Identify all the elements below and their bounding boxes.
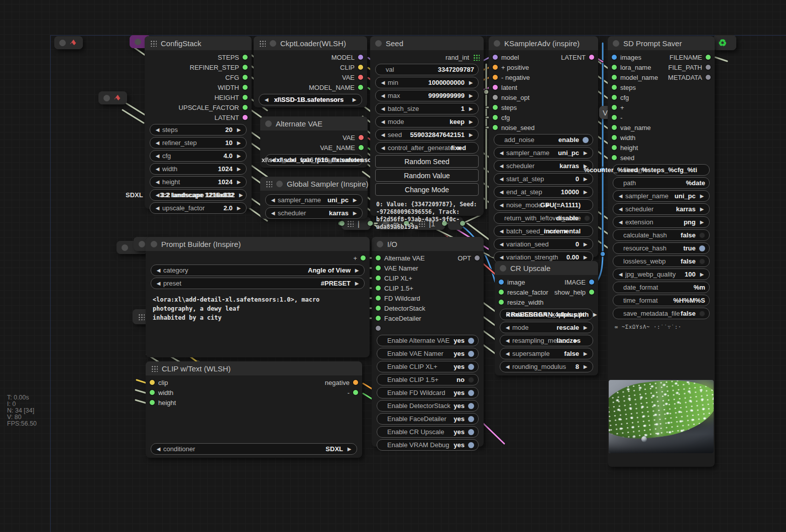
increment-arrow-icon[interactable]: ▶ <box>236 153 242 159</box>
decrement-arrow-icon[interactable]: ◀ <box>498 202 505 208</box>
decrement-arrow-icon[interactable]: ◀ <box>154 205 161 211</box>
decrement-arrow-icon[interactable]: ◀ <box>380 119 386 124</box>
recycle-icon[interactable]: ♻ <box>718 38 727 48</box>
category-widget[interactable]: ◀categoryAngle of View▶ <box>151 264 365 276</box>
scheduler-widget[interactable]: ◀schedulerkarras▶ <box>613 203 710 215</box>
input-slot-dot[interactable] <box>499 300 504 305</box>
collapse-dot-icon[interactable] <box>270 40 276 47</box>
output-slot-dot[interactable] <box>361 255 366 260</box>
scheduler-widget[interactable]: ◀schedulerkarras▶ <box>494 160 593 172</box>
toggle-dot[interactable] <box>468 442 474 448</box>
control_after_generate-widget[interactable]: ◀control_after_generatefixed▶ <box>375 142 479 154</box>
input-slot-dot[interactable] <box>612 95 617 100</box>
input-slot-dot[interactable] <box>493 95 498 100</box>
resampling_method-widget[interactable]: ◀resampling_methodlanczos▶ <box>500 335 593 346</box>
node-titlebar[interactable]: Global Sampler (Inspire) <box>260 177 368 191</box>
output-slot-dot[interactable] <box>706 65 711 70</box>
value-widget[interactable]: ◀xl\sdxl_vae_fp16_fix.safetensorsxl\sdxl… <box>265 154 363 166</box>
end_at_step-widget[interactable]: ◀end_at_step10000▶ <box>494 186 593 198</box>
increment-arrow-icon[interactable]: ▶ <box>236 140 242 146</box>
node-grid-icon[interactable] <box>151 365 158 372</box>
increment-arrow-icon[interactable]: ▶ <box>582 325 589 330</box>
output-slot-dot[interactable] <box>706 55 711 60</box>
increment-arrow-icon[interactable]: ▶ <box>236 205 242 211</box>
increment-arrow-icon[interactable]: ▶ <box>468 93 474 98</box>
output-slot-dot[interactable] <box>243 55 248 60</box>
output-slot-dot[interactable] <box>243 95 248 100</box>
mode-widget[interactable]: ◀modekeep▶ <box>375 116 479 127</box>
toggle-dot[interactable] <box>468 364 474 370</box>
increment-arrow-icon[interactable]: ▶ <box>236 179 242 185</box>
output-slot-dot[interactable] <box>358 55 363 60</box>
node-grid-icon[interactable] <box>138 313 145 320</box>
decrement-arrow-icon[interactable]: ◀ <box>270 210 276 216</box>
change-mode-button[interactable]: Change Mode <box>375 183 479 196</box>
collapse-dot-icon[interactable] <box>135 39 141 45</box>
input-slot-dot[interactable] <box>376 316 381 321</box>
toggle-dot[interactable] <box>468 403 474 409</box>
increment-arrow-icon[interactable]: ▶ <box>699 206 705 212</box>
node-titlebar[interactable]: CLIP w/Text (WLSH) <box>146 361 362 375</box>
increment-arrow-icon[interactable]: ▶ <box>468 119 474 124</box>
bookmark-node-2[interactable]: ⚑ <box>98 91 127 104</box>
output-slot-dot[interactable] <box>359 145 364 150</box>
decrement-arrow-icon[interactable]: ◀ <box>380 145 386 151</box>
node-prompt-builder[interactable]: Prompt Builder (Inspire)+◀categoryAngle … <box>146 237 370 357</box>
input-slot-dot[interactable] <box>612 145 617 150</box>
toggle-dot[interactable] <box>699 311 705 317</box>
node-titlebar[interactable]: ⚑ <box>54 36 83 49</box>
decrement-arrow-icon[interactable]: ◀ <box>617 206 624 212</box>
toggle-dot[interactable] <box>468 390 474 396</box>
Enable Alternate VAE-widget[interactable]: Enable Alternate VAEyes <box>377 335 479 346</box>
output-slot-dot[interactable] <box>358 65 363 70</box>
preset-widget[interactable]: ◀preset#PRESET▶ <box>151 278 365 289</box>
decrement-arrow-icon[interactable]: ◀ <box>504 364 511 369</box>
sampler_name-widget[interactable]: ◀sampler_nameuni_pc▶ <box>265 194 363 206</box>
collapse-dot-icon[interactable] <box>122 244 128 251</box>
input-slot-dot[interactable] <box>612 115 617 120</box>
increment-arrow-icon[interactable]: ▶ <box>346 446 353 452</box>
recycle-node[interactable]: ♻ <box>713 35 736 50</box>
node-alternate-vae[interactable]: Alternate VAEVAEVAE_NAME◀xl\sdxl_vae_fp1… <box>260 116 368 168</box>
input-slot-dot[interactable] <box>493 85 498 90</box>
increment-arrow-icon[interactable]: ▶ <box>352 197 358 203</box>
input-slot-dot[interactable] <box>493 55 498 60</box>
decrement-arrow-icon[interactable]: ◀ <box>617 219 624 225</box>
toggle-dot[interactable] <box>468 338 474 344</box>
start_at_step-widget[interactable]: ◀start_at_step0▶ <box>494 173 593 185</box>
sampler_name-widget[interactable]: ◀sampler_nameuni_pc▶ <box>613 190 710 202</box>
increment-arrow-icon[interactable]: ▶ <box>468 132 474 138</box>
output-slot-dot[interactable] <box>243 65 248 70</box>
decrement-arrow-icon[interactable]: ◀ <box>498 150 505 156</box>
input-slot-dot[interactable] <box>493 75 498 80</box>
decrement-arrow-icon[interactable]: ◀ <box>498 254 505 260</box>
save_metadata_file-widget[interactable]: save_metadata_filefalse <box>613 308 710 319</box>
node-titlebar[interactable]: CR Upscale <box>495 261 598 275</box>
decrement-arrow-icon[interactable]: ◀ <box>155 268 162 273</box>
increment-arrow-icon[interactable]: ▶ <box>582 254 589 260</box>
collapse-dot-icon[interactable] <box>103 95 110 101</box>
collapse-dot-icon[interactable] <box>151 241 157 247</box>
decrement-arrow-icon[interactable]: ◀ <box>504 351 511 356</box>
toggle-dot[interactable] <box>584 215 590 221</box>
steps-widget[interactable]: ◀steps20▶ <box>150 124 247 136</box>
output-slot-dot[interactable] <box>475 255 480 260</box>
node-grid-icon[interactable] <box>347 220 354 227</box>
collapse-dot-icon[interactable] <box>500 265 506 272</box>
increment-arrow-icon[interactable]: ▶ <box>699 193 705 199</box>
input-slot-dot[interactable] <box>493 125 498 130</box>
output-slot-dot[interactable] <box>243 105 248 110</box>
toggle-dot[interactable] <box>468 351 474 357</box>
decrement-arrow-icon[interactable]: ◀ <box>270 197 276 203</box>
node-grid-icon[interactable] <box>259 40 266 47</box>
node-ckptloader[interactable]: CkptLoader(WLSH)MODELCLIPVAEMODEL_NAME◀x… <box>254 36 367 107</box>
increment-arrow-icon[interactable]: ▶ <box>468 106 474 111</box>
decrement-arrow-icon[interactable]: ◀ <box>504 338 511 343</box>
resource_hash-widget[interactable]: resource_hashtrue <box>613 242 710 254</box>
cfg-widget[interactable]: ◀cfg4.0▶ <box>150 150 247 162</box>
decrement-arrow-icon[interactable]: ◀ <box>154 127 161 132</box>
collapse-dot-icon[interactable] <box>276 181 283 187</box>
toggle-dot[interactable] <box>699 258 705 264</box>
output-slot-dot[interactable] <box>353 380 358 385</box>
node-global-sampler[interactable]: Global Sampler (Inspire)◀sampler_nameuni… <box>260 177 368 219</box>
